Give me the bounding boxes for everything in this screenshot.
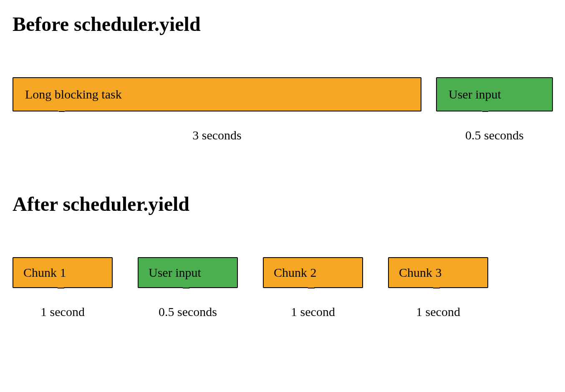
duration-label: 1 second xyxy=(291,305,335,319)
chunk-2-block: Chunk 2 xyxy=(263,257,363,288)
after-block-container-3: Chunk 3 1 second xyxy=(388,257,488,319)
chunk-1-block: Chunk 1 xyxy=(13,257,113,288)
user-input-block-after: User input xyxy=(138,257,238,288)
chunk-3-block: Chunk 3 xyxy=(388,257,488,288)
after-block-container-2: Chunk 2 1 second xyxy=(263,257,363,319)
before-heading: Before scheduler.yield xyxy=(13,13,552,35)
block-label: Long blocking task xyxy=(25,87,122,101)
after-section: After scheduler.yield Chunk 1 1 second U… xyxy=(13,192,552,319)
before-row: Long blocking task 3 seconds User input … xyxy=(13,77,552,142)
duration-label: 1 second xyxy=(416,305,460,319)
duration-label: 3 seconds xyxy=(192,128,241,142)
user-input-block: User input xyxy=(436,77,553,111)
before-block-container-0: Long blocking task 3 seconds xyxy=(13,77,421,142)
block-label: Chunk 2 xyxy=(274,266,317,280)
block-label: Chunk 1 xyxy=(23,266,66,280)
duration-label: 0.5 seconds xyxy=(159,305,217,319)
after-block-container-0: Chunk 1 1 second xyxy=(13,257,113,319)
after-heading: After scheduler.yield xyxy=(13,192,552,215)
block-label: User input xyxy=(149,266,201,280)
block-label: User input xyxy=(449,87,501,101)
long-blocking-task-block: Long blocking task xyxy=(13,77,421,111)
block-label: Chunk 3 xyxy=(399,266,442,280)
after-block-container-1: User input 0.5 seconds xyxy=(138,257,238,319)
duration-label: 1 second xyxy=(40,305,85,319)
duration-label: 0.5 seconds xyxy=(465,128,524,142)
before-block-container-1: User input 0.5 seconds xyxy=(436,77,553,142)
after-row: Chunk 1 1 second User input 0.5 seconds … xyxy=(13,257,552,319)
before-section: Before scheduler.yield Long blocking tas… xyxy=(13,13,552,142)
